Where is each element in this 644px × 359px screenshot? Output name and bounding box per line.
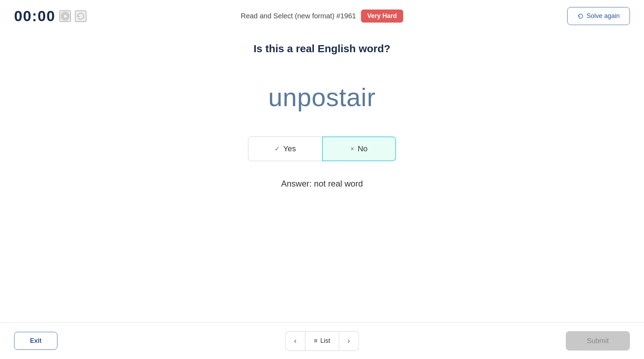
timer-section: 00:00 [14,8,86,25]
header: 00:00 Read and Select (new format) #1961… [0,0,644,32]
problem-info: Read and Select (new format) #1961 Very … [241,10,403,23]
problem-title: Read and Select (new format) #1961 [241,12,356,20]
check-icon: ✓ [274,145,280,153]
question-text: Is this a real English word? [254,43,390,55]
reset-timer-button[interactable] [75,11,86,22]
word-display: unpostair [268,83,376,112]
list-button[interactable]: ≡ List [305,331,339,351]
no-label: No [358,144,367,153]
list-label: List [320,337,330,345]
timer-display: 00:00 [14,8,55,25]
solve-again-button[interactable]: Solve again [567,7,630,25]
exit-label: Exit [30,337,42,344]
no-button[interactable]: × No [322,136,396,161]
list-icon: ≡ [314,337,318,345]
yes-label: Yes [283,144,296,153]
answer-buttons: ✓ Yes × No [248,136,396,161]
play-icon [60,11,70,21]
submit-button[interactable]: Submit [566,331,630,351]
refresh-timer-icon [76,12,85,21]
exit-button[interactable]: Exit [14,332,57,350]
submit-label: Submit [587,337,609,345]
yes-button[interactable]: ✓ Yes [248,136,322,161]
main-content: Is this a real English word? unpostair ✓… [0,32,644,322]
play-button[interactable] [60,11,71,22]
prev-button[interactable]: ‹ [285,331,305,351]
answer-result: Answer: not real word [281,179,363,189]
x-icon: × [351,145,354,153]
solve-again-label: Solve again [587,12,620,20]
chevron-left-icon: ‹ [294,336,297,346]
solve-again-icon [577,13,584,19]
chevron-right-icon: › [347,336,350,346]
difficulty-badge: Very Hard [361,10,403,23]
navigation-section: ‹ ≡ List › [285,331,359,351]
footer: Exit ‹ ≡ List › Submit [0,323,644,359]
next-button[interactable]: › [339,331,359,351]
